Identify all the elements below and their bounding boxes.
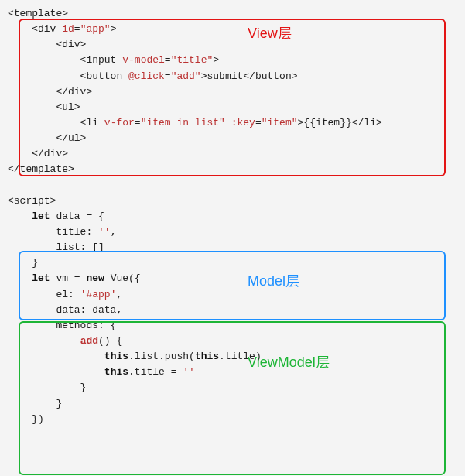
code-line: let data = { [8, 211, 104, 222]
code-line: this.title = '' [8, 366, 195, 378]
code-line: <input v-model="title"> [8, 54, 219, 66]
code-line: } [8, 398, 62, 409]
code-line: </ul> [8, 132, 86, 144]
code-line: title: '', [8, 226, 116, 238]
code-line: <button @click="add">submit</button> [8, 70, 298, 82]
code-line: methods: { [8, 320, 116, 331]
code-line: this.list.push(this.title) [8, 351, 262, 362]
code-line: </div> [8, 148, 68, 159]
code-line: add() { [8, 335, 122, 347]
code-line: el: '#app', [8, 289, 122, 300]
code-line: </template> [8, 163, 74, 175]
code-line: list: [] [8, 241, 104, 253]
code-line: }) [8, 413, 44, 425]
code-line: <li v-for="item in list" :key="item">{{i… [8, 117, 382, 128]
code-line: <script> [8, 195, 56, 207]
code-line: } [8, 257, 38, 269]
code-line: <template> [8, 8, 68, 19]
code-line: <div id="app"> [8, 23, 116, 35]
code-block: <template> <div id="app"> <div> <input v… [0, 0, 465, 433]
code-line: <div> [8, 39, 86, 50]
code-line: <ul> [8, 101, 80, 113]
code-line: } [8, 382, 86, 393]
code-line: let vm = new Vue({ [8, 272, 141, 284]
code-line: data: data, [8, 304, 122, 316]
code-line: </div> [8, 86, 92, 98]
